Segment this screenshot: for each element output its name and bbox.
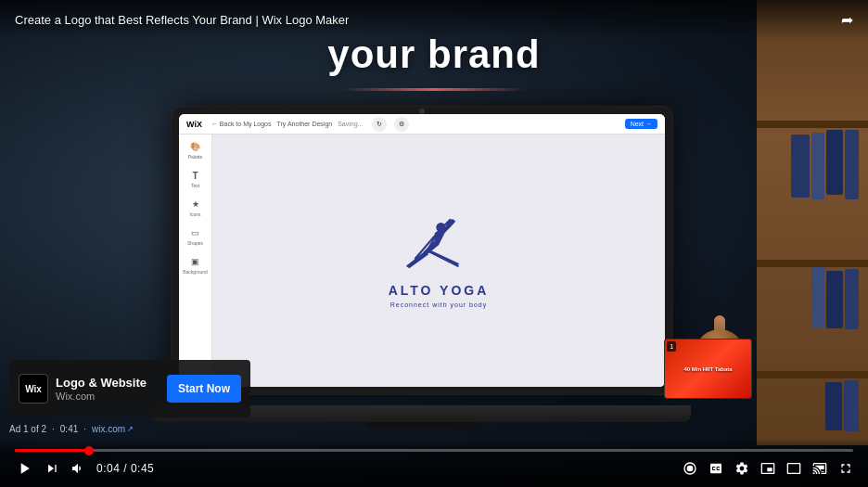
theater-icon	[786, 461, 801, 476]
volume-icon	[70, 461, 85, 476]
logo-brand-name: ALTO YOGA	[389, 283, 490, 298]
autoplay-toggle[interactable]	[683, 461, 697, 476]
ad-separator-2: ·	[83, 424, 86, 434]
yoga-figure-svg	[392, 214, 485, 279]
book-decoration	[826, 271, 843, 328]
book-decoration	[791, 135, 810, 198]
editor-icon-2[interactable]: ⚙	[394, 117, 409, 132]
ad-time-label: 0:41	[60, 424, 78, 434]
captions-button[interactable]	[708, 461, 723, 476]
editor-body: 🎨 Palette T Text ★ Icons	[179, 135, 665, 387]
thumbnail-caption: 40 Min HIIT Tabata	[682, 365, 734, 374]
controls-row: 0:04 / 0:45	[15, 459, 853, 478]
editor-wix-logo: WiX	[186, 120, 202, 129]
book-decoration	[844, 380, 859, 431]
book-decoration	[825, 382, 842, 430]
book-decoration	[826, 130, 843, 195]
video-title-bar: Create a Logo that Best Reflects Your Br…	[0, 0, 868, 40]
ad-wix-logo: Wix	[19, 374, 48, 404]
sidebar-item-icons[interactable]: ★ Icons	[187, 198, 204, 217]
captions-icon	[708, 461, 723, 476]
settings-icon	[734, 461, 749, 476]
svg-point-7	[687, 466, 694, 472]
video-title: Create a Logo that Best Reflects Your Br…	[15, 13, 349, 27]
share-icon[interactable]: ➦	[841, 11, 853, 29]
fullscreen-icon	[838, 461, 853, 476]
video-controls: 0:04 / 0:45	[0, 439, 868, 487]
time-total: 0:45	[131, 462, 154, 475]
fullscreen-button[interactable]	[838, 461, 853, 476]
video-thumbnail[interactable]: 1 40 Min HIIT Tabata	[664, 339, 752, 399]
editor-icon-1[interactable]: ↻	[372, 117, 387, 132]
ad-url-text: wix.com	[92, 424, 125, 434]
logo-editor: WiX ← Back to My Logos Try Another Desig…	[179, 114, 665, 387]
skip-next-button[interactable]	[45, 461, 59, 476]
book-decoration	[811, 267, 824, 328]
settings-button[interactable]	[734, 461, 749, 476]
editor-next-button[interactable]: Next →	[625, 119, 657, 129]
book-decoration	[845, 130, 859, 199]
sidebar-item-text[interactable]: T Text	[187, 169, 204, 188]
ad-overlay: Wix Logo & Website Wix.com Start Now	[9, 360, 250, 417]
pip-icon	[760, 461, 775, 476]
logo-tagline: Reconnect with your body	[390, 301, 488, 308]
editor-back-link[interactable]: ← Back to My Logos	[211, 121, 272, 127]
book-decoration	[845, 269, 859, 329]
ad-count-label: Ad 1 of 2	[9, 424, 46, 434]
book-decoration	[811, 133, 824, 199]
video-player: Create a Logo that Best Reflects Your Br…	[0, 0, 868, 487]
editor-sidebar: 🎨 Palette T Text ★ Icons	[179, 135, 212, 387]
ad-title: Logo & Website	[56, 376, 160, 391]
ad-url-label: wix.com ↗	[92, 424, 134, 434]
time-display: 0:04 / 0:45	[96, 462, 154, 475]
progress-bar[interactable]	[15, 449, 853, 452]
progress-dot	[84, 446, 94, 455]
pip-button[interactable]	[760, 461, 775, 476]
progress-fill	[15, 449, 89, 452]
editor-saving-status: Saving...	[338, 121, 363, 127]
skip-icon	[45, 461, 59, 476]
sidebar-item-background[interactable]: ▣ Background	[183, 255, 208, 275]
sidebar-item-palette[interactable]: 🎨 Palette	[187, 140, 204, 160]
theater-button[interactable]	[786, 461, 801, 476]
controls-right	[683, 461, 853, 476]
time-current: 0:04	[96, 462, 120, 475]
brand-underline	[341, 88, 527, 91]
editor-canvas: ALTO YOGA Reconnect with your body	[212, 135, 665, 387]
ad-subtitle: Wix.com	[56, 391, 160, 402]
play-button[interactable]	[15, 459, 33, 478]
thumbnail-number: 1	[667, 341, 676, 352]
editor-topbar: WiX ← Back to My Logos Try Another Desig…	[179, 114, 665, 135]
play-icon	[15, 459, 33, 478]
ad-info-bar: Ad 1 of 2 · 0:41 · wix.com ↗	[9, 424, 134, 434]
ad-cta-button[interactable]: Start Now	[167, 375, 241, 403]
ad-separator-1: ·	[52, 424, 55, 434]
volume-button[interactable]	[70, 461, 85, 476]
external-link-icon: ↗	[127, 425, 134, 433]
time-separator: /	[123, 462, 131, 475]
autoplay-icon	[683, 461, 697, 476]
thumbnail-image: 40 Min HIIT Tabata	[665, 340, 751, 398]
cast-button[interactable]	[812, 461, 827, 476]
logo-preview: ALTO YOGA Reconnect with your body	[389, 214, 490, 308]
ad-text-block: Logo & Website Wix.com	[56, 376, 160, 403]
cast-icon	[812, 461, 827, 476]
editor-try-link[interactable]: Try Another Design	[277, 121, 333, 127]
sidebar-item-shapes[interactable]: ▭ Shapes	[187, 226, 204, 246]
